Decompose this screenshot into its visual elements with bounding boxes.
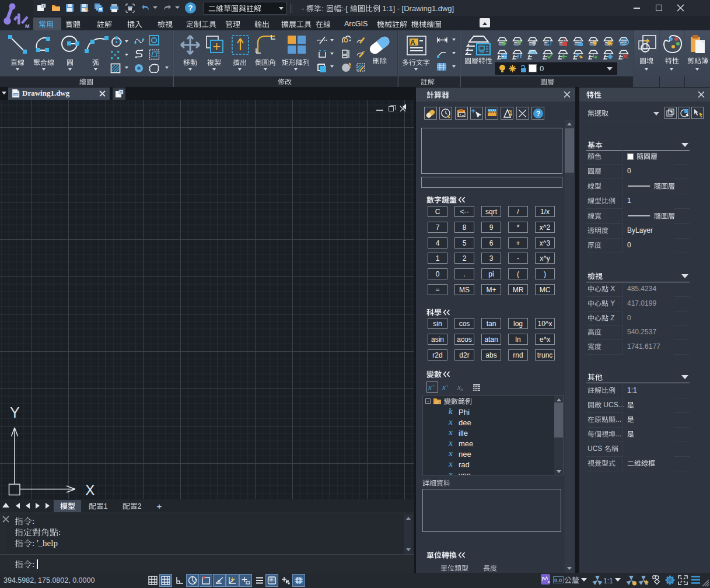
svg-text:DWG: DWG [13, 94, 19, 96]
svg-text:M: M [25, 23, 30, 29]
svg-text:?: ? [536, 110, 540, 118]
svg-text:Y: Y [10, 404, 20, 421]
svg-text:X: X [85, 482, 95, 498]
svg-text:A: A [410, 38, 415, 47]
